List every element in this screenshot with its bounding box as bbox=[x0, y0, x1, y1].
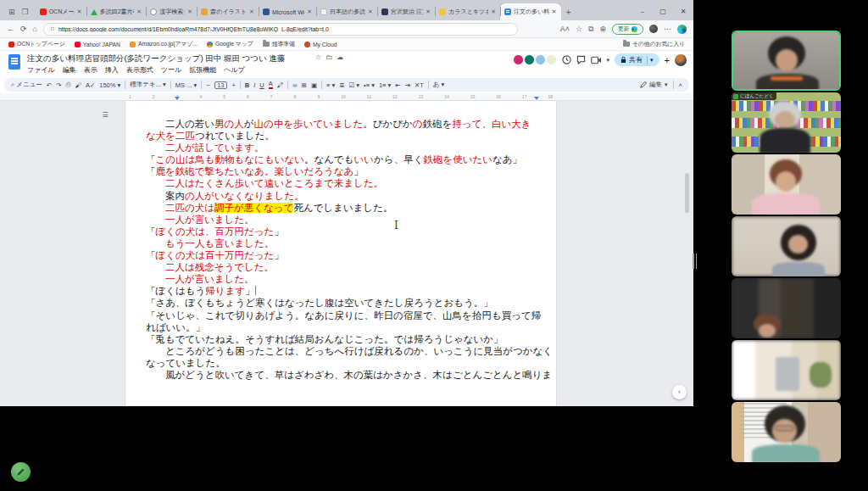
doc-line[interactable]: 風がどうと吹いてきて、草はざわざわ、木の葉はかさかさ、木はごとんごとんと鳴りま bbox=[146, 369, 536, 381]
participant-video-tile[interactable] bbox=[732, 340, 841, 400]
favorite-star-icon[interactable]: ☆ bbox=[576, 25, 582, 33]
annotation-pencil-button[interactable] bbox=[11, 462, 31, 482]
close-tab-icon[interactable]: ✕ bbox=[136, 8, 142, 15]
participant-video-tile[interactable] bbox=[732, 278, 841, 338]
browser-tab[interactable]: OCNメール✕ bbox=[36, 3, 86, 20]
font-size-increase-icon[interactable]: + bbox=[231, 81, 235, 89]
doc-line[interactable]: 二人は残念そうでした。 bbox=[146, 261, 536, 273]
close-tab-icon[interactable]: ✕ bbox=[249, 8, 254, 15]
edge-logo-icon[interactable] bbox=[677, 25, 687, 34]
bookmark-item[interactable]: Amazon.co.jp(アマゾ... bbox=[130, 40, 198, 48]
doc-line[interactable]: ればいい。」 bbox=[146, 321, 536, 333]
version-history-icon[interactable] bbox=[562, 55, 571, 64]
numbered-list-icon[interactable]: 1≡ ▾ bbox=[379, 81, 391, 89]
participant-video-tile[interactable]: にほんごたどく bbox=[732, 92, 841, 153]
close-tab-icon[interactable]: ✕ bbox=[77, 8, 82, 15]
participant-video-tile[interactable] bbox=[732, 154, 841, 215]
line-spacing-icon[interactable]: ≣ bbox=[339, 81, 344, 89]
close-tab-icon[interactable]: ✕ bbox=[426, 8, 431, 15]
meet-dropdown-icon[interactable]: ▾ bbox=[607, 57, 610, 64]
highlight-color-icon[interactable]: 🖍 bbox=[277, 81, 284, 89]
print-icon[interactable]: ⎙ bbox=[65, 81, 70, 89]
meet-camera-icon[interactable] bbox=[591, 56, 602, 64]
doc-line[interactable]: 「この山は鳥も動物もなにもいない。なんでもいいから、早く鉄砲を使いたいなあ」 bbox=[146, 153, 536, 165]
zoom-select[interactable]: 150% ▾ bbox=[99, 81, 120, 89]
paint-format-icon[interactable]: 🖌 bbox=[75, 81, 81, 89]
font-size-field[interactable]: 13 bbox=[214, 81, 228, 89]
editing-mode-select[interactable]: 編集 ▾ bbox=[640, 81, 668, 89]
input-tools-button[interactable]: あ ▾ bbox=[433, 81, 445, 89]
document-scrollbar[interactable] bbox=[685, 173, 689, 213]
underline-icon[interactable]: U bbox=[259, 81, 264, 89]
browser-tab[interactable]: 日本語の多読向け読み...✕ bbox=[316, 3, 377, 20]
collaborator-avatar[interactable] bbox=[546, 54, 557, 65]
share-dropdown-icon[interactable]: ▾ bbox=[650, 57, 654, 64]
document-title[interactable]: 注文の多い料理店冒頭部分(多読ワークショップ) 田中 堀田 つつい 進藤 bbox=[27, 53, 285, 64]
minimize-icon[interactable]: – bbox=[632, 2, 653, 20]
new-tab-button[interactable]: + bbox=[561, 8, 578, 20]
browser-update-button[interactable]: 更新 bbox=[612, 24, 643, 35]
doc-line[interactable]: 「そいじゃ、これで切りあげよう。なあに戻りに、昨日の宿屋で、山鳥を拾円も買って帰 bbox=[146, 310, 536, 321]
collaborator-avatar[interactable] bbox=[535, 54, 546, 65]
tab-actions-icon[interactable]: ⊞ bbox=[8, 8, 15, 16]
url-field[interactable]: 🗋 https://docs.google.com/document/d/1Eb… bbox=[43, 23, 518, 36]
menu-挿入[interactable]: 挿入 bbox=[105, 65, 119, 75]
collections-icon[interactable]: ⧉ bbox=[588, 25, 593, 34]
spell-check-icon[interactable]: A✓ bbox=[86, 81, 95, 89]
menu-表示形式[interactable]: 表示形式 bbox=[126, 65, 153, 75]
doc-line[interactable]: なっていました。 bbox=[146, 357, 536, 369]
home-icon[interactable]: ⌂ bbox=[33, 25, 37, 33]
browser-tab[interactable]: カラスとキツネ（読みも...✕ bbox=[435, 3, 500, 20]
panel-resize-handle[interactable] bbox=[693, 254, 698, 269]
outdent-icon[interactable]: ⇤ bbox=[395, 81, 400, 89]
hide-panel-button[interactable]: ‹ bbox=[672, 385, 687, 399]
insert-image-icon[interactable]: ▣ bbox=[311, 81, 317, 89]
other-favorites-button[interactable]: その他のお気に入り bbox=[623, 40, 685, 48]
bookmark-item[interactable]: Google マップ bbox=[207, 40, 253, 48]
doc-line[interactable]: 二人が話しています。 bbox=[146, 142, 536, 153]
menu-ヘルプ[interactable]: ヘルプ bbox=[224, 65, 245, 75]
participant-video-tile[interactable] bbox=[732, 216, 841, 276]
font-select[interactable]: MS ... ▾ bbox=[175, 81, 197, 89]
close-tab-icon[interactable]: ✕ bbox=[307, 8, 312, 15]
close-tab-icon[interactable]: ✕ bbox=[368, 8, 373, 15]
collaborator-avatar[interactable] bbox=[524, 54, 535, 65]
share-button[interactable]: 共有 ▾ bbox=[615, 53, 659, 66]
browser-profile-avatar[interactable] bbox=[649, 25, 658, 33]
checklist-icon[interactable]: ☑ ▾ bbox=[349, 81, 360, 89]
doc-line[interactable]: 二人はたくさん歩いて遠いところまで来ました。 bbox=[146, 177, 536, 189]
close-icon[interactable]: ✕ bbox=[673, 2, 693, 20]
bold-icon[interactable]: B bbox=[245, 81, 249, 89]
workspaces-icon[interactable]: ❐ bbox=[22, 8, 29, 16]
read-aloud-icon[interactable]: A˄ bbox=[560, 25, 570, 33]
indent-icon[interactable]: ⇥ bbox=[405, 81, 410, 89]
indent-marker[interactable] bbox=[175, 97, 180, 100]
menu-拡張機能[interactable]: 拡張機能 bbox=[189, 65, 216, 75]
doc-line[interactable]: 案内の人がいなくなりました。 bbox=[146, 190, 536, 202]
search-menus-button[interactable]: ⌕ メニュー bbox=[11, 81, 42, 89]
close-tab-icon[interactable]: ✕ bbox=[552, 8, 557, 15]
undo-icon[interactable]: ↶ bbox=[47, 81, 52, 89]
paragraph-style-select[interactable]: 標準テキ... ▾ bbox=[130, 81, 165, 89]
close-tab-icon[interactable]: ✕ bbox=[187, 8, 192, 15]
browser-tab[interactable]: 多読回2書共有フォルダ✕ bbox=[86, 3, 147, 20]
page-info-icon[interactable]: 🗋 bbox=[50, 26, 55, 31]
doc-line[interactable]: な犬を二匹つれていました。 bbox=[146, 130, 536, 142]
refresh-icon[interactable]: ⟳ bbox=[20, 25, 27, 33]
show-outline-icon[interactable]: ☰ bbox=[98, 109, 112, 121]
menu-ファイル[interactable]: ファイル bbox=[27, 65, 55, 75]
italic-icon[interactable]: I bbox=[253, 81, 255, 89]
more-menu-icon[interactable]: ⋯ bbox=[664, 25, 671, 33]
right-indent-marker[interactable] bbox=[534, 97, 539, 100]
doc-line[interactable]: 「さあ、ぼくもちょうど寒くはなったし腹は空いてきたし戻ろうとおもう。」 bbox=[146, 297, 536, 309]
doc-line[interactable]: ところがどうも困ったことは、どっちへ行けば戻れるのか、いっこうに見当がつかなく bbox=[146, 345, 536, 357]
font-size-decrease-icon[interactable]: − bbox=[206, 81, 209, 89]
participant-video-tile[interactable] bbox=[732, 31, 841, 91]
browser-tab[interactable]: 宮沢賢治 注文の多い...✕ bbox=[377, 3, 435, 20]
menu-表示[interactable]: 表示 bbox=[84, 65, 97, 75]
clear-formatting-icon[interactable]: ✕T bbox=[415, 81, 424, 89]
browser-tab[interactable]: Microsoft Word - 201...✕ bbox=[259, 3, 316, 20]
comments-icon[interactable] bbox=[576, 55, 586, 64]
bookmark-item[interactable]: My Cloud bbox=[304, 40, 337, 48]
doc-line[interactable]: 二匹の犬は調子が悪くなって死んでしまいました。 bbox=[146, 202, 536, 214]
